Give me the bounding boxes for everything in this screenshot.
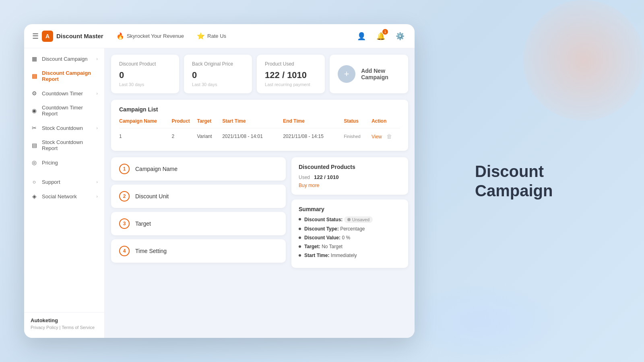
- discounted-products-used-label: Used 122 / 1010: [299, 174, 401, 180]
- summary-item-target: Target: No Target: [299, 244, 401, 249]
- stat-sublabel-back-original: Last 30 days: [192, 82, 244, 87]
- step-time-setting[interactable]: 4 Time Setting: [111, 239, 286, 263]
- chevron-right-icon: ›: [96, 125, 98, 130]
- sidebar-item-countdown-timer[interactable]: ⚙ Countdown Timer ›: [24, 86, 104, 101]
- step-target[interactable]: 3 Target: [111, 212, 286, 235]
- navbar: ☰ A Discount Master 🔥 Skyrocket Your Rev…: [24, 24, 415, 48]
- summary-item-start-time: Start Time: Immediately: [299, 253, 401, 258]
- step-campaign-name[interactable]: 1 Campaign Name: [111, 157, 286, 181]
- buy-more-link[interactable]: Buy more: [299, 183, 401, 188]
- campaign-list-title: Campaign List: [119, 106, 400, 113]
- notification-btn[interactable]: 🔔 1: [374, 30, 387, 43]
- step-number-3: 3: [119, 218, 130, 229]
- navbar-actions: 🔥 Skyrocket Your Revenue ⭐ Rate Us: [113, 31, 355, 41]
- discount-campaign-icon: ▦: [31, 56, 38, 62]
- support-icon: ○: [31, 179, 38, 185]
- hamburger-icon[interactable]: ☰: [32, 32, 39, 41]
- fire-icon: 🔥: [116, 32, 124, 40]
- summary-item-status: Discount Status: Unsaved: [299, 216, 401, 223]
- sidebar-item-social-network[interactable]: ◈ Social Network ›: [24, 189, 104, 204]
- step-label-2: Discount Unit: [135, 193, 169, 200]
- stat-sublabel-discount-product: Last 30 days: [119, 82, 171, 87]
- chevron-right-icon: ›: [96, 194, 98, 199]
- step-number-2: 2: [119, 191, 130, 202]
- gear-icon: ⚙️: [396, 32, 405, 41]
- summary-card: Summary Discount Status: Unsaved: [291, 200, 408, 268]
- campaign-list-card: Campaign List Campaign Name Product Targ…: [111, 100, 408, 151]
- col-status: Status: [344, 118, 372, 128]
- col-action: Action: [372, 118, 400, 128]
- sidebar-footer: Autoketing Privacy Policy | Terms of Ser…: [24, 312, 104, 335]
- timer-report-icon: ◉: [31, 107, 38, 114]
- delete-action-btn[interactable]: 🗑: [386, 133, 392, 140]
- social-icon: ◈: [31, 193, 38, 200]
- row-campaign-name: 1: [119, 128, 172, 145]
- user-icon-btn[interactable]: 👤: [355, 30, 368, 43]
- sidebar-item-discount-campaign[interactable]: ▦ Discount Campaign ›: [24, 51, 104, 66]
- col-product: Product: [172, 118, 197, 128]
- chevron-right-icon: ›: [96, 56, 98, 61]
- privacy-link[interactable]: Privacy Policy: [31, 325, 58, 330]
- sidebar-item-discount-campaign-report[interactable]: ▤ Discount Campaign Report: [24, 66, 104, 86]
- stat-label-product-used: Product Used: [265, 61, 317, 67]
- summary-item-type: Discount Type: Percentage: [299, 226, 401, 232]
- footer-links: Privacy Policy | Terms of Service: [31, 325, 98, 330]
- sidebar: ▦ Discount Campaign › ▤ Discount Campaig…: [24, 48, 105, 338]
- step-discount-unit[interactable]: 2 Discount Unit: [111, 185, 286, 208]
- skyrocket-revenue-btn[interactable]: 🔥 Skyrocket Your Revenue: [113, 31, 187, 41]
- stat-card-product-used: Product Used 122 / 1010 Last recurring p…: [257, 55, 325, 93]
- chevron-right-icon: ›: [96, 91, 98, 96]
- campaign-table: Campaign Name Product Target Start Time …: [119, 118, 400, 144]
- star-icon: ⭐: [197, 32, 205, 40]
- step-label-3: Target: [135, 220, 151, 227]
- brand-name: Discount Master: [56, 33, 103, 39]
- stat-card-discount-product: Discount Product 0 Last 30 days: [111, 55, 179, 93]
- summary-item-value: Discount Value: 0 %: [299, 235, 401, 241]
- pricing-icon: ◎: [31, 159, 38, 166]
- new-campaign-area: 1 Campaign Name 2 Discount Unit 3 Target…: [111, 157, 408, 268]
- chevron-right-icon: ›: [96, 179, 98, 184]
- main-layout: ▦ Discount Campaign › ▤ Discount Campaig…: [24, 48, 415, 338]
- stat-label-back-original: Back Original Price: [192, 61, 244, 67]
- col-target: Target: [197, 118, 222, 128]
- stat-card-back-original-price: Back Original Price 0 Last 30 days: [184, 55, 252, 93]
- table-row: 1 2 Variant 2021/11/08 - 14:01 2021/11/0…: [119, 128, 400, 145]
- sidebar-divider: [24, 170, 104, 175]
- col-start-time: Start Time: [222, 118, 283, 128]
- sidebar-item-countdown-timer-report[interactable]: ◉ Countdown Timer Report: [24, 101, 104, 121]
- sidebar-item-pricing[interactable]: ◎ Pricing: [24, 155, 104, 170]
- unsaved-dot: [347, 218, 351, 221]
- unsaved-badge: Unsaved: [344, 216, 373, 223]
- step-label-4: Time Setting: [135, 248, 167, 254]
- discounted-products-used-value: 122 / 1010: [314, 174, 339, 180]
- step-label-1: Campaign Name: [135, 166, 178, 172]
- row-start-time: 2021/11/08 - 14:01: [222, 128, 283, 145]
- add-new-label: Add New Campaign: [361, 68, 400, 80]
- settings-btn[interactable]: ⚙️: [394, 30, 407, 43]
- sidebar-item-stock-countdown-report[interactable]: ▤ Stock Countdown Report: [24, 135, 104, 155]
- terms-link[interactable]: Terms of Service: [62, 325, 95, 330]
- stats-row: Discount Product 0 Last 30 days Back Ori…: [111, 55, 408, 93]
- app-window: ☰ A Discount Master 🔥 Skyrocket Your Rev…: [24, 24, 415, 338]
- add-new-btn[interactable]: +: [338, 65, 355, 83]
- row-status: Finished: [344, 128, 372, 145]
- timer-icon: ⚙: [31, 90, 38, 97]
- bg-decoration-bottom: [402, 282, 564, 362]
- main-content: Discount Product 0 Last 30 days Back Ori…: [105, 48, 415, 338]
- sidebar-item-stock-countdown[interactable]: ✂ Stock Countdown ›: [24, 121, 104, 135]
- sidebar-item-support[interactable]: ○ Support ›: [24, 175, 104, 189]
- rate-us-btn[interactable]: ⭐ Rate Us: [194, 31, 229, 41]
- stat-value-back-original: 0: [192, 70, 244, 80]
- add-new-campaign-card[interactable]: + Add New Campaign: [330, 55, 408, 93]
- report-icon: ▤: [31, 73, 38, 79]
- user-icon: 👤: [357, 32, 366, 41]
- view-action-btn[interactable]: View: [372, 134, 382, 140]
- notification-badge: 1: [382, 29, 388, 35]
- discounted-products-card: Discounted Products Used 122 / 1010 Buy …: [291, 157, 408, 195]
- brand-logo-icon: A: [42, 31, 53, 42]
- row-target: Variant: [197, 128, 222, 145]
- row-end-time: 2021/11/08 - 14:15: [283, 128, 344, 145]
- summary-panel: Discounted Products Used 122 / 1010 Buy …: [291, 157, 408, 268]
- stat-value-product-used: 122 / 1010: [265, 70, 317, 80]
- stat-sublabel-product-used: Last recurring payment: [265, 82, 317, 87]
